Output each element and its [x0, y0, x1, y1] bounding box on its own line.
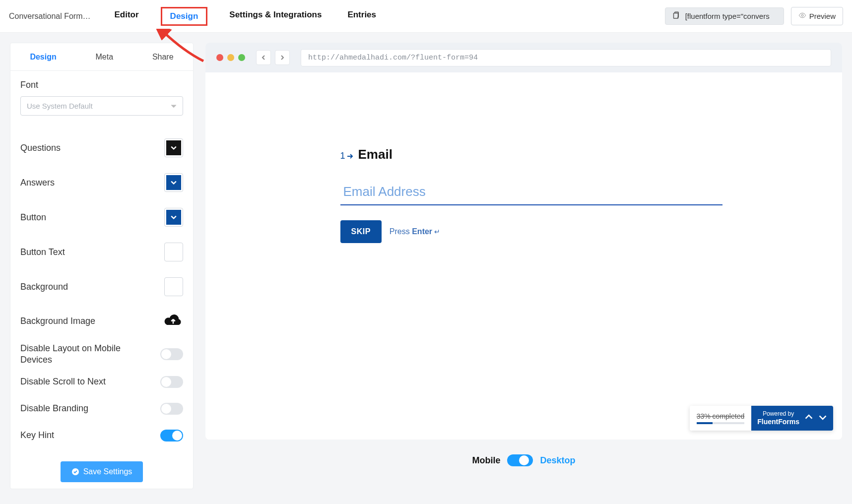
email-field[interactable] [340, 178, 722, 205]
tab-settings[interactable]: Settings & Integrations [225, 7, 326, 26]
progress-bar-fill [697, 422, 713, 424]
question-number-value: 1 [340, 151, 345, 161]
device-mobile-label: Mobile [472, 455, 500, 466]
label-answers: Answers [20, 178, 55, 188]
sidetab-design[interactable]: Design [30, 53, 56, 62]
device-switch: Mobile Desktop [205, 454, 842, 466]
action-row: SKIP Press Enter↵ [340, 220, 722, 243]
shortcode-box[interactable]: [fluentform type="convers [665, 7, 784, 25]
swatch-button[interactable] [164, 208, 183, 227]
cloud-upload-icon [163, 312, 183, 328]
row-bg-image: Background Image [20, 304, 183, 338]
press-label: Press [390, 227, 412, 236]
swatch-questions[interactable] [164, 138, 183, 157]
minimize-icon [227, 54, 234, 61]
copy-icon [671, 11, 680, 21]
sidetab-meta[interactable]: Meta [96, 53, 114, 62]
enter-label: Enter [412, 227, 432, 236]
upload-bg-image[interactable] [163, 312, 183, 330]
traffic-lights [216, 54, 245, 61]
chevron-down-icon [171, 180, 177, 186]
main: Design Meta Share Font Use System Defaul… [0, 33, 852, 499]
toggle-disable-scroll[interactable] [160, 376, 183, 388]
chevron-down-icon [171, 145, 177, 151]
arrow-right-icon [346, 153, 353, 160]
form-title: Conversational Form… [9, 12, 91, 21]
sidebar-body: Font Use System Default Questions Answer… [10, 71, 193, 489]
swatch-background[interactable] [164, 277, 183, 296]
top-nav: Editor Design Settings & Integrations En… [111, 7, 381, 26]
label-disable-scroll: Disable Scroll to Next [20, 377, 106, 387]
label-bg-image: Background Image [20, 316, 95, 326]
row-button: Button [20, 200, 183, 235]
chevron-right-icon [280, 55, 285, 60]
tab-design[interactable]: Design [161, 7, 208, 26]
toggle-disable-mobile[interactable] [160, 348, 183, 360]
row-button-text: Button Text [20, 235, 183, 269]
row-disable-mobile: Disable Layout on Mobile Devices [20, 338, 183, 371]
label-key-hint: Key Hint [20, 430, 54, 441]
browser-chrome: http://ahmedalhadi.com/?fluent-form=94 [205, 43, 842, 72]
sidebar-tabs: Design Meta Share [10, 43, 193, 71]
label-background: Background [20, 282, 68, 292]
close-icon [216, 54, 223, 61]
form-preview: 1 Email SKIP Press Enter↵ [205, 72, 842, 440]
progress-text: 33% completed [697, 412, 745, 420]
chevron-up-icon [804, 413, 813, 422]
sidetab-share[interactable]: Share [152, 53, 174, 62]
row-questions: Questions [20, 130, 183, 165]
device-toggle[interactable] [507, 454, 533, 466]
enter-icon: ↵ [434, 228, 440, 236]
prev-question-button[interactable] [804, 413, 813, 424]
save-settings-button[interactable]: Save Settings [61, 461, 143, 482]
preview-button[interactable]: Preview [791, 7, 843, 25]
powered-brand: FluentForms [757, 418, 799, 426]
row-answers: Answers [20, 165, 183, 200]
press-enter-hint: Press Enter↵ [390, 227, 440, 236]
swatch-answers[interactable] [164, 173, 183, 192]
nav-arrows [256, 50, 290, 65]
question-label: Email [358, 147, 393, 162]
powered-small: Powered by [763, 410, 794, 417]
save-row: Save Settings [20, 446, 183, 489]
swatch-button-text[interactable] [164, 243, 183, 261]
toggle-key-hint[interactable] [160, 430, 183, 441]
progress-nav: Powered by FluentForms [751, 406, 833, 431]
label-disable-branding: Disable Branding [20, 403, 88, 414]
eye-icon [798, 11, 806, 21]
powered-by: Powered by FluentForms [757, 410, 799, 426]
progress-bar [697, 422, 745, 424]
chevron-left-icon [261, 55, 266, 60]
label-disable-mobile: Disable Layout on Mobile Devices [20, 343, 130, 366]
preview-panel: http://ahmedalhadi.com/?fluent-form=94 1… [205, 43, 842, 489]
shortcode-text: [fluentform type="convers [685, 12, 770, 20]
topbar: Conversational Form… Editor Design Setti… [0, 0, 852, 33]
row-key-hint: Key Hint [20, 420, 183, 446]
check-circle-icon [71, 468, 79, 476]
topbar-right: [fluentform type="convers Preview [665, 7, 843, 25]
address-bar[interactable]: http://ahmedalhadi.com/?fluent-form=94 [301, 49, 831, 66]
device-desktop-label: Desktop [540, 455, 575, 466]
label-button-text: Button Text [20, 247, 65, 257]
chevron-down-icon [171, 103, 177, 109]
row-disable-scroll: Disable Scroll to Next [20, 371, 183, 393]
progress-widget: 33% completed Powered by FluentForms [690, 406, 833, 431]
maximize-icon [238, 54, 245, 61]
nav-forward-button[interactable] [275, 50, 290, 65]
chevron-down-icon [818, 413, 827, 422]
preview-label: Preview [809, 12, 836, 20]
toggle-disable-branding[interactable] [160, 403, 183, 415]
tab-entries[interactable]: Entries [343, 7, 380, 26]
row-background: Background [20, 269, 183, 304]
row-disable-branding: Disable Branding [20, 393, 183, 420]
skip-button[interactable]: SKIP [340, 220, 382, 243]
design-sidebar: Design Meta Share Font Use System Defaul… [10, 43, 194, 489]
nav-back-button[interactable] [256, 50, 271, 65]
label-button: Button [20, 212, 46, 223]
tab-editor[interactable]: Editor [111, 7, 143, 26]
form-wrap: 1 Email SKIP Press Enter↵ [326, 147, 722, 243]
label-questions: Questions [20, 143, 61, 153]
save-label: Save Settings [83, 467, 132, 476]
next-question-button[interactable] [818, 413, 827, 424]
font-select[interactable]: Use System Default [20, 96, 183, 116]
